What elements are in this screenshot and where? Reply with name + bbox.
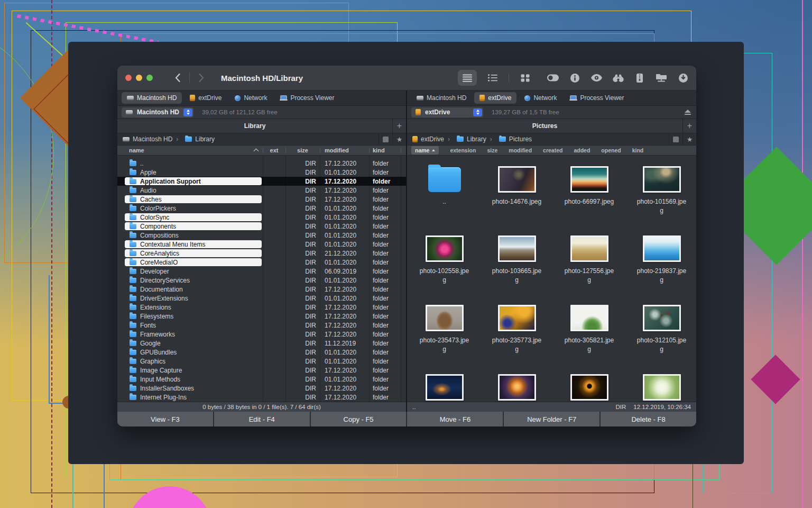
- table-row[interactable]: ExtensionsDIR17.12.2020folder: [117, 303, 406, 312]
- panel-options-button[interactable]: [379, 133, 392, 145]
- tab-macintosh-hd[interactable]: Macintosh HD: [411, 92, 472, 104]
- table-row[interactable]: AudioDIR17.12.2020folder: [117, 186, 406, 195]
- column-header-created[interactable]: created: [543, 147, 562, 153]
- column-header-kind[interactable]: kind: [369, 146, 401, 155]
- download-icon[interactable]: [677, 70, 689, 86]
- table-row[interactable]: GoogleDIR11.12.2019folder: [117, 339, 406, 348]
- tab-process-viewer[interactable]: Process Viewer: [565, 92, 629, 104]
- column-header-modified[interactable]: modified: [509, 147, 532, 153]
- grid-item-photo[interactable]: photo-219837.jpeg: [625, 229, 696, 298]
- add-tab-button[interactable]: [392, 119, 406, 133]
- fkey-button-delete-f8[interactable]: Delete - F8: [601, 412, 696, 427]
- favorites-button[interactable]: [392, 133, 406, 145]
- back-icon[interactable]: [173, 73, 182, 83]
- fkey-button-view-f3[interactable]: View - F3: [117, 412, 213, 427]
- grid-item-photo[interactable]: photo-103665.jpeg: [481, 229, 553, 298]
- toggle-switch-icon[interactable]: [547, 70, 559, 86]
- zoom-window-button[interactable]: [146, 75, 153, 81]
- forward-icon[interactable]: [197, 73, 206, 83]
- tab-network[interactable]: Network: [519, 92, 562, 104]
- detail-view-icon[interactable]: [487, 70, 499, 86]
- column-header-name[interactable]: name: [117, 146, 263, 155]
- table-row[interactable]: CachesDIR17.12.2020folder: [117, 195, 406, 204]
- breadcrumb-item-macintosh-hd[interactable]: Macintosh HD: [123, 135, 172, 143]
- tab-extdrive[interactable]: extDrive: [474, 92, 516, 104]
- breadcrumb-item-extdrive[interactable]: extDrive: [412, 135, 444, 143]
- table-row[interactable]: DriverExtensionsDIR01.01.2020folder: [117, 294, 406, 303]
- table-row[interactable]: GPUBundlesDIR01.01.2020folder: [117, 348, 406, 357]
- breadcrumb-item-library[interactable]: Library: [172, 135, 215, 143]
- search-binoculars-icon[interactable]: [612, 70, 624, 86]
- column-header-kind[interactable]: kind: [632, 147, 644, 153]
- grid-item-photo[interactable]: photo-327438.jpeg: [481, 368, 553, 402]
- grid-item-photo[interactable]: photo-305821.jpeg: [553, 298, 625, 368]
- eject-icon[interactable]: [685, 110, 691, 115]
- column-header-size[interactable]: size: [285, 146, 320, 155]
- table-row[interactable]: GraphicsDIR01.01.2020folder: [117, 357, 406, 366]
- table-row[interactable]: DirectoryServicesDIR01.01.2020folder: [117, 276, 406, 285]
- left-folder-tab[interactable]: Library: [117, 119, 392, 133]
- table-row[interactable]: ColorPickersDIR01.01.2020folder: [117, 204, 406, 213]
- drive-stepper-icon[interactable]: [183, 108, 192, 116]
- table-row[interactable]: ColorSyncDIR01.01.2020folder: [117, 213, 406, 222]
- column-header-modified[interactable]: modified: [320, 146, 369, 155]
- right-folder-tab[interactable]: Pictures: [407, 119, 682, 133]
- list-view-icon[interactable]: [458, 70, 477, 86]
- right-drive-selector[interactable]: extDrive: [411, 107, 483, 117]
- grid-item-photo[interactable]: photo-314860.jpeg: [408, 368, 481, 402]
- table-row[interactable]: Contextual Menu ItemsDIR01.01.2020folder: [117, 240, 406, 249]
- table-row[interactable]: ComponentsDIR01.01.2020folder: [117, 222, 406, 231]
- grid-item-photo[interactable]: photo-383447.jpeg: [625, 368, 696, 402]
- fkey-button-new-folder-f7[interactable]: New Folder - F7: [504, 412, 599, 427]
- grid-item-photo[interactable]: photo-235473.jpeg: [408, 298, 481, 368]
- table-row[interactable]: DocumentationDIR17.12.2020folder: [117, 285, 406, 294]
- column-header-opened[interactable]: opened: [601, 147, 621, 153]
- fkey-button-edit-f4[interactable]: Edit - F4: [214, 412, 310, 427]
- grid-item-parent-folder[interactable]: ..: [408, 160, 481, 229]
- table-row[interactable]: CoreAnalyticsDIR21.12.2020folder: [117, 249, 406, 258]
- table-row[interactable]: Image CaptureDIR17.12.2020folder: [117, 366, 406, 375]
- minimize-window-button[interactable]: [136, 75, 142, 81]
- drive-stepper-icon[interactable]: [473, 108, 482, 116]
- column-header-ext[interactable]: ext: [263, 146, 285, 155]
- tab-network[interactable]: Network: [229, 92, 272, 104]
- table-row[interactable]: FontsDIR17.12.2020folder: [117, 321, 406, 330]
- column-header-extension[interactable]: extension: [450, 147, 476, 153]
- column-header-size[interactable]: size: [487, 147, 497, 153]
- grid-item-photo[interactable]: photo-312105.jpeg: [625, 298, 696, 368]
- tab-extdrive[interactable]: extDrive: [184, 92, 227, 104]
- breadcrumb-item-library[interactable]: Library: [444, 135, 486, 143]
- column-header-name[interactable]: name: [411, 146, 439, 155]
- grid-item-photo[interactable]: photo-235773.jpeg: [481, 298, 553, 368]
- favorites-button[interactable]: [682, 133, 696, 145]
- table-row[interactable]: AppleDIR01.01.2020folder: [117, 168, 406, 177]
- grid-item-photo[interactable]: photo-102558.jpeg: [408, 229, 481, 298]
- tab-macintosh-hd[interactable]: Macintosh HD: [122, 92, 182, 104]
- table-row[interactable]: FilesystemsDIR17.12.2020folder: [117, 312, 406, 321]
- panel-options-button[interactable]: [669, 133, 682, 145]
- grid-item-photo[interactable]: photo-101569.jpeg: [625, 160, 696, 229]
- grid-item-photo[interactable]: photo-127556.jpeg: [553, 229, 625, 298]
- breadcrumb-item-pictures[interactable]: Pictures: [486, 135, 532, 143]
- table-row[interactable]: CompositionsDIR01.01.2020folder: [117, 231, 406, 240]
- table-row[interactable]: CoreMediaIODIR01.01.2020folder: [117, 258, 406, 267]
- tab-process-viewer[interactable]: Process Viewer: [275, 92, 339, 104]
- fkey-button-copy-f5[interactable]: Copy - F5: [311, 412, 407, 427]
- grid-item-photo[interactable]: photo-327509.jpeg: [553, 368, 625, 402]
- grid-view-icon[interactable]: [519, 70, 531, 86]
- table-row[interactable]: Input MethodsDIR01.01.2020folder: [117, 375, 406, 384]
- fkey-button-move-f6[interactable]: Move - F6: [407, 412, 503, 427]
- grid-item-photo[interactable]: photo-66997.jpeg: [553, 160, 625, 229]
- table-row[interactable]: Application SupportDIR17.12.2020folder: [117, 177, 406, 186]
- left-drive-selector[interactable]: Macintosh HD: [122, 107, 193, 117]
- preview-eye-icon[interactable]: [590, 70, 602, 86]
- grid-item-photo[interactable]: photo-14676.jpeg: [481, 160, 553, 229]
- network-folder-icon[interactable]: [656, 70, 667, 86]
- table-row[interactable]: FrameworksDIR17.12.2020folder: [117, 330, 406, 339]
- table-row[interactable]: InstallerSandboxesDIR17.12.2020folder: [117, 384, 406, 393]
- info-icon[interactable]: [569, 70, 580, 86]
- archive-zip-icon[interactable]: [634, 70, 645, 86]
- close-window-button[interactable]: [125, 75, 132, 81]
- table-row[interactable]: Internet Plug-InsDIR17.12.2020folder: [117, 393, 406, 402]
- table-row[interactable]: ..DIR17.12.2020folder: [117, 159, 406, 168]
